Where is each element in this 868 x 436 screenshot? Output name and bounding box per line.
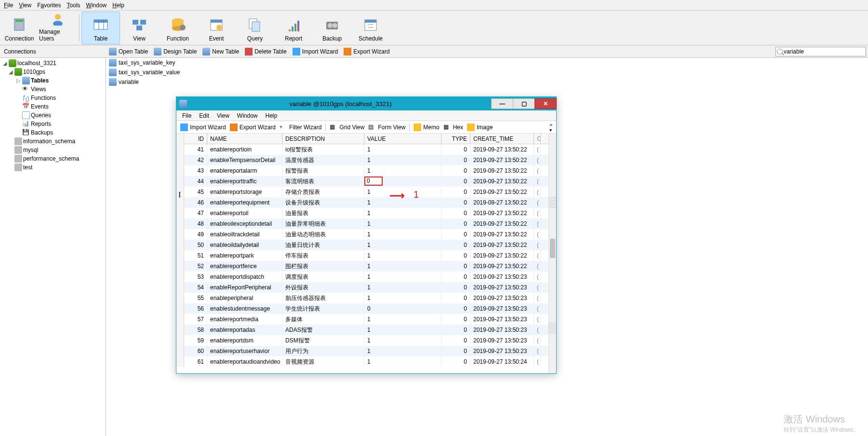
table-row[interactable]: 58enablereportadasADAS报警102019-09-27 13:…	[176, 325, 548, 335]
scrollbar-thumb[interactable]	[550, 239, 555, 258]
menu-view[interactable]: View	[16, 1, 34, 10]
new-table-button[interactable]: New Table	[200, 47, 242, 56]
cell-extra[interactable]: (	[534, 240, 541, 250]
cell-description[interactable]: 油量日统计表	[282, 240, 364, 250]
cell-value[interactable]: 1	[364, 261, 441, 272]
cell-value[interactable]: 1	[364, 282, 441, 293]
table-row[interactable]: 49enableoiltrackdetail油量动态明细表102019-09-2…	[176, 229, 548, 240]
cell-extra[interactable]: (	[534, 187, 541, 197]
table-row[interactable]: 44enablereporttraffic客流明细表002019-09-27 1…	[176, 176, 548, 187]
cell-create-time[interactable]: 2019-09-27 13:50:22	[470, 165, 534, 176]
col-value[interactable]: VALUE	[364, 134, 441, 144]
tab-item[interactable]: variable	[106, 77, 868, 87]
cell-value[interactable]: 1	[364, 325, 441, 335]
table-row[interactable]: 50enableoildailydetail油量日统计表102019-09-27…	[176, 240, 548, 250]
table-row[interactable]: 43enablereportalarm报警报表102019-09-27 13:5…	[176, 165, 548, 176]
inner-menu-edit[interactable]: Edit	[195, 111, 213, 120]
cell-value[interactable]: 1	[364, 272, 441, 282]
import-wizard-button[interactable]: Import Wizard	[178, 123, 228, 132]
cell-extra[interactable]: (	[534, 144, 541, 155]
cell-id[interactable]: 61	[184, 356, 207, 367]
cell-type[interactable]: 0	[441, 229, 470, 240]
cell-description[interactable]: 多媒体	[282, 314, 364, 325]
cell-type[interactable]: 0	[441, 197, 470, 208]
cell-name[interactable]: enablereportuserhavior	[207, 346, 282, 356]
cell-type[interactable]: 0	[441, 356, 470, 367]
cell-id[interactable]: 57	[184, 314, 207, 325]
export-wizard-button[interactable]: Export Wizard	[341, 47, 392, 56]
cell-value[interactable]: 1	[364, 346, 441, 356]
cell-extra[interactable]: (	[534, 261, 541, 272]
cell-description[interactable]: 学生统计报表	[282, 303, 364, 314]
table-row[interactable]: 56enablestudentmessage学生统计报表002019-09-27…	[176, 303, 548, 314]
view-button[interactable]: View	[120, 12, 159, 44]
cell-create-time[interactable]: 2019-09-27 13:50:22	[470, 261, 534, 272]
tree-views[interactable]: Views	[31, 86, 46, 93]
backup-button[interactable]: Backup	[313, 12, 351, 44]
cell-type[interactable]: 0	[441, 282, 470, 293]
cell-description[interactable]: 油量动态明细表	[282, 229, 364, 240]
connection-button[interactable]: Connection	[0, 12, 39, 44]
filter-wizard-button[interactable]: ▾Filter Wizard	[278, 123, 323, 132]
cell-value[interactable]: 1	[364, 218, 441, 229]
cell-id[interactable]: 52	[184, 261, 207, 272]
cell-description[interactable]: 调度报表	[282, 272, 364, 282]
cell-description[interactable]: 停车报表	[282, 250, 364, 261]
cell-id[interactable]: 49	[184, 229, 207, 240]
cell-name[interactable]: enablereportmedia	[207, 314, 282, 325]
cell-type[interactable]: 0	[441, 293, 470, 303]
cell-id[interactable]: 54	[184, 282, 207, 293]
cell-name[interactable]: enablereportfence	[207, 261, 282, 272]
cell-name[interactable]: enablereportstorage	[207, 187, 282, 197]
cell-create-time[interactable]: 2019-09-27 13:50:23	[470, 282, 534, 293]
cell-description[interactable]: DSM报警	[282, 335, 364, 346]
cell-create-time[interactable]: 2019-09-27 13:50:23	[470, 346, 534, 356]
cell-create-time[interactable]: 2019-09-27 13:50:24	[470, 356, 534, 367]
table-button[interactable]: Table	[81, 12, 120, 44]
cell-value[interactable]: 1	[364, 335, 441, 346]
maximize-button[interactable]: ▢	[513, 98, 535, 109]
cell-name[interactable]: enableoildailydetail	[207, 240, 282, 250]
inner-menu-file[interactable]: File	[178, 111, 195, 120]
hex-button[interactable]: ▦Hex	[441, 123, 465, 132]
cell-description[interactable]: 胎压传感器报表	[282, 293, 364, 303]
cell-name[interactable]: enableoiltrackdetail	[207, 229, 282, 240]
cell-name[interactable]: enablereportalarm	[207, 165, 282, 176]
cell-create-time[interactable]: 2019-09-27 13:50:23	[470, 293, 534, 303]
cell-description[interactable]: ADAS报警	[282, 325, 364, 335]
table-row[interactable]: 47enablereportoil油量报表102019-09-27 13:50:…	[176, 208, 548, 218]
col-create-time[interactable]: CREATE_TIME	[470, 134, 534, 144]
col-name[interactable]: NAME	[207, 134, 282, 144]
cell-name[interactable]: enablestudentmessage	[207, 303, 282, 314]
table-row[interactable]: 45enablereportstorage存储介质报表102019-09-27 …	[176, 187, 548, 197]
menu-help[interactable]: Help	[109, 1, 127, 10]
cell-type[interactable]: 0	[441, 261, 470, 272]
cell-name[interactable]: enableperipheral	[207, 293, 282, 303]
cell-id[interactable]: 56	[184, 303, 207, 314]
cell-id[interactable]: 41	[184, 144, 207, 155]
import-wizard-button[interactable]: Import Wizard	[290, 47, 341, 56]
cell-extra[interactable]: (	[534, 229, 541, 240]
cell-value[interactable]: 1	[364, 356, 441, 367]
table-row[interactable]: 59enablereportdsmDSM报警102019-09-27 13:50…	[176, 335, 548, 346]
minimize-button[interactable]: —	[491, 98, 513, 109]
inner-menu-help[interactable]: Help	[262, 111, 281, 120]
menu-tools[interactable]: Tools	[64, 1, 83, 10]
tree-db-mysql[interactable]: mysql	[23, 147, 38, 153]
design-table-button[interactable]: Design Table	[151, 47, 200, 56]
cell-create-time[interactable]: 2019-09-27 13:50:23	[470, 314, 534, 325]
cell-type[interactable]: 0	[441, 272, 470, 282]
tree-reports[interactable]: Reports	[31, 121, 51, 127]
cell-extra[interactable]: (	[534, 346, 541, 356]
tree-db-perf-schema[interactable]: performance_schema	[23, 155, 79, 162]
table-row[interactable]: 54enableReportPeripheral外设报表102019-09-27…	[176, 282, 548, 293]
cell-name[interactable]: enableoilexceptiondetail	[207, 218, 282, 229]
menu-favorites[interactable]: Favorites	[34, 1, 64, 10]
cell-type[interactable]: 0	[441, 346, 470, 356]
tree-connection[interactable]: localhost_3321	[17, 60, 56, 67]
cell-description[interactable]: io报警报表	[282, 144, 364, 155]
cell-id[interactable]: 55	[184, 293, 207, 303]
table-row[interactable]: 61enablereportaudioandvideo音视频资源102019-0…	[176, 356, 548, 367]
cell-extra[interactable]: (	[534, 325, 541, 335]
table-row[interactable]: 46enablereportequipment设备升级报表102019-09-2…	[176, 197, 548, 208]
